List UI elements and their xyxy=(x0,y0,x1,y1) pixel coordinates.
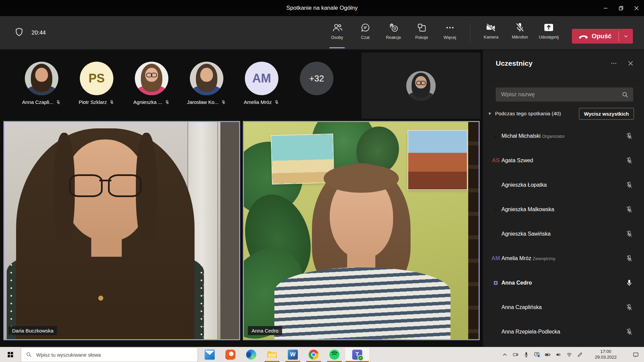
restore-button[interactable] xyxy=(613,0,629,16)
taskbar-app[interactable] xyxy=(282,347,303,362)
display-icon[interactable] xyxy=(534,352,540,358)
participant-thumbnail[interactable]: Anna Czapli... xyxy=(25,62,58,95)
thumbnail-name-text: Jarosław Ko... xyxy=(187,99,218,105)
participant-name: Agnieszka Łopatka xyxy=(501,182,547,188)
video-name-badge: Daria Buczkowska xyxy=(8,326,57,335)
participant-row[interactable]: Agnieszka Malkowska xyxy=(483,197,644,222)
minimize-button[interactable] xyxy=(598,0,613,16)
camera-icon[interactable] xyxy=(513,352,519,358)
search-icon xyxy=(622,91,629,98)
more-options-icon[interactable] xyxy=(610,60,617,67)
toolbar-tab[interactable]: Czat xyxy=(351,16,379,49)
mic-muted-icon[interactable] xyxy=(625,205,633,214)
mic-muted-icon[interactable] xyxy=(625,303,633,311)
participant-thumbnail[interactable]: +32 xyxy=(300,62,333,95)
participant-thumbnail[interactable]: Agnieszka ... xyxy=(135,62,168,95)
wifi-icon[interactable] xyxy=(566,352,572,358)
mic-muted-icon[interactable] xyxy=(625,230,633,238)
participant-role: Organizator xyxy=(542,134,565,139)
taskbar-search-input[interactable] xyxy=(36,352,193,358)
participant-row[interactable]: Michał Michalski Organizator xyxy=(483,124,644,148)
participants-panel: Uczestnicy ▼ Podczas tego spotkania (40)… xyxy=(483,50,644,347)
mic-on-icon[interactable] xyxy=(625,279,633,287)
taskbar-app[interactable] xyxy=(220,347,241,362)
participant-text: Agata Szwed xyxy=(501,158,533,164)
meeting-toolbar: 20:44 Osoby Czat Reakcje xyxy=(0,16,644,50)
taskbar-app[interactable] xyxy=(303,347,324,362)
video-tile-anna[interactable]: Anna Cedro xyxy=(243,121,480,340)
pen-icon[interactable] xyxy=(577,352,583,358)
participant-name: Anna Czaplińska xyxy=(501,304,542,310)
participant-search[interactable] xyxy=(496,87,633,102)
start-button[interactable] xyxy=(0,347,21,362)
toolbar-tab[interactable]: Osoby xyxy=(323,16,351,49)
taskbar-clock[interactable]: 17:00 29.03.2022 xyxy=(591,349,621,360)
tray-icons xyxy=(502,352,583,358)
action-center-button[interactable] xyxy=(629,352,643,358)
search-icon xyxy=(26,352,32,358)
mute-all-button[interactable]: Wycisz wszystkich xyxy=(579,108,634,120)
search-input[interactable] xyxy=(500,91,622,98)
device-button[interactable]: Mikrofon xyxy=(505,16,534,49)
self-video-tile[interactable] xyxy=(362,53,480,119)
participant-row[interactable]: Agnieszka Sawińska xyxy=(483,222,644,246)
mic-muted-icon[interactable] xyxy=(625,328,633,336)
mic-muted-icon[interactable] xyxy=(625,132,633,140)
avatar xyxy=(25,62,58,95)
taskbar-app[interactable] xyxy=(241,347,262,362)
leave-label: Opuść xyxy=(592,33,611,40)
mic-muted-icon[interactable] xyxy=(625,181,633,189)
taskbar-app[interactable] xyxy=(199,347,220,362)
thumbnail-name: Jarosław Ko... xyxy=(187,99,226,105)
participant-thumbnail[interactable]: Jarosław Ko... xyxy=(190,62,223,95)
participant-row[interactable]: Agnieszka Łopatka xyxy=(483,173,644,197)
windows-taskbar: 17:00 29.03.2022 xyxy=(0,347,644,362)
participant-thumbnail[interactable]: AM Amelia Mróz xyxy=(245,62,278,95)
mic-muted-icon xyxy=(56,100,61,105)
close-button[interactable] xyxy=(629,0,644,16)
toolbar-divider xyxy=(470,23,470,42)
taskbar-search[interactable] xyxy=(21,347,198,362)
chevron-up-icon[interactable] xyxy=(502,352,508,358)
toolbar-tab[interactable]: Pokoje xyxy=(408,16,436,49)
teams-meeting-window: Spotkanie na kanale Ogólny 20:44 Osoby C… xyxy=(0,0,644,362)
panel-title: Uczestnicy xyxy=(496,59,533,67)
device-button[interactable]: Udostępnij xyxy=(534,16,563,49)
avatar-photo xyxy=(25,62,58,95)
taskbar-app[interactable] xyxy=(262,347,282,362)
participant-text: Agnieszka Sawińska xyxy=(501,231,551,237)
thumbnail-name: Anna Czapli... xyxy=(22,99,61,105)
participant-row[interactable]: Anna Rzepiela-Podlecka xyxy=(483,319,644,344)
participant-row[interactable]: Anna Cedro xyxy=(483,270,644,295)
toolbar-tab[interactable]: Więcej xyxy=(436,16,464,49)
taskbar-app[interactable] xyxy=(345,347,370,362)
video-tile-daria[interactable]: Daria Buczkowska xyxy=(3,121,240,340)
participant-row[interactable]: AM Amelia Mróz Zewnętrzny xyxy=(483,246,644,270)
collapse-caret-icon[interactable]: ▼ xyxy=(488,111,492,116)
volume-icon[interactable] xyxy=(555,352,561,358)
device-label: Mikrofon xyxy=(512,35,528,40)
participant-thumbnail[interactable]: PS Piotr Szklarz xyxy=(80,62,113,95)
battery-icon[interactable] xyxy=(545,352,551,358)
leave-main[interactable]: Opuść xyxy=(572,29,619,44)
hangup-icon xyxy=(579,34,588,39)
close-panel-icon[interactable] xyxy=(627,60,634,67)
taskbar-app[interactable] xyxy=(324,347,345,362)
device-button[interactable]: Kamera xyxy=(477,16,505,49)
participant-row[interactable]: AS Agata Szwed xyxy=(483,148,644,173)
mic-muted-icon[interactable] xyxy=(625,254,633,262)
app-icon xyxy=(329,350,339,360)
participant-text: Anna Czaplińska xyxy=(501,304,542,310)
clock-time: 17:00 xyxy=(591,349,621,355)
leave-options-button[interactable] xyxy=(619,29,633,44)
mic-muted-icon[interactable] xyxy=(625,157,633,165)
leave-button[interactable]: Opuść xyxy=(572,29,633,44)
participant-text: Michał Michalski Organizator xyxy=(501,133,565,139)
mic-tray-icon[interactable] xyxy=(523,352,529,358)
participant-name: Michał Michalski xyxy=(501,133,540,139)
participant-row[interactable]: Anna Czaplińska xyxy=(483,295,644,319)
toolbar-tab[interactable]: Reakcje xyxy=(379,16,408,49)
section-header: ▼ Podczas tego spotkania (40) Wycisz wsz… xyxy=(488,107,634,120)
tab-icon xyxy=(360,22,371,33)
avatar-initials: AM xyxy=(245,62,278,95)
